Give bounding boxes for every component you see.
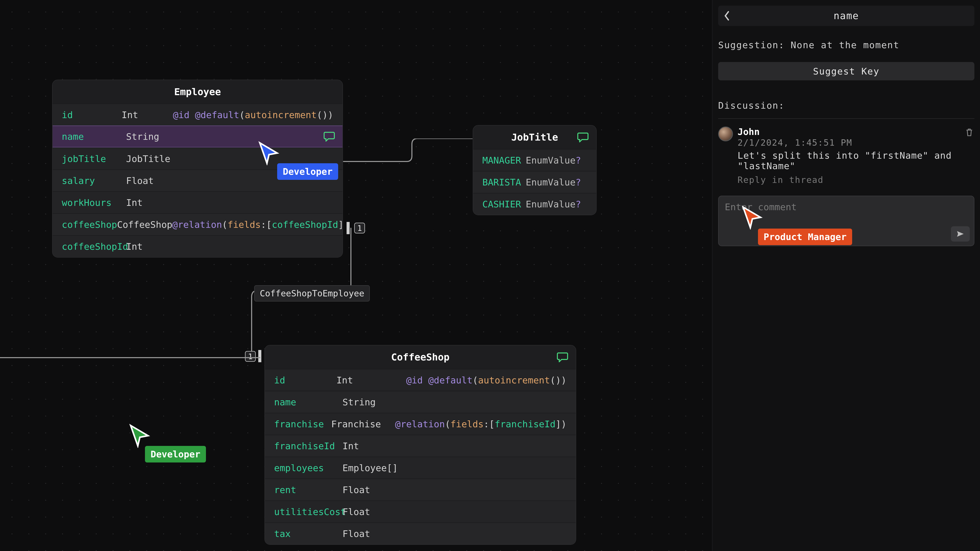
comment-body: Let's split this into "firstName" and "l… [738, 150, 974, 171]
comment-time: 2/1/2024, 1:45:51 PM [738, 138, 974, 148]
field-row[interactable]: id Int @id @default(autoincrement()) [265, 369, 576, 391]
field-name: id [274, 375, 336, 386]
relation-pip [347, 222, 350, 234]
field-type: CoffeeShop [117, 219, 172, 230]
field-name: name [274, 397, 342, 407]
field-name: franchise [274, 419, 331, 429]
entity-title: Employee [174, 86, 221, 97]
comment-icon[interactable] [556, 352, 569, 362]
entity-title: CoffeeShop [391, 351, 450, 363]
field-type: Float [342, 507, 419, 517]
field-name: coffeeShopId [62, 241, 126, 252]
relation-cardinality: 1 [245, 351, 256, 362]
entity-coffeeshop[interactable]: CoffeeShop id Int @id @default(autoincre… [264, 345, 576, 545]
collaborator-cursor-blue: Developer [257, 141, 281, 165]
cursor-label: Product Manager [758, 229, 852, 245]
field-name: salary [62, 176, 126, 186]
field-attr: @id @default(autoincrement()) [173, 110, 333, 120]
entity-title: JobTitle [511, 132, 558, 143]
field-type: String [126, 131, 181, 142]
cursor-label: Developer [277, 163, 338, 180]
field-name: jobTitle [62, 154, 126, 164]
comment-icon[interactable] [323, 131, 335, 141]
enum-name: BARISTA [482, 177, 526, 187]
field-type: Franchise [331, 419, 395, 429]
field-type: Float [342, 529, 419, 539]
comment-icon[interactable] [577, 132, 589, 142]
enum-row[interactable]: MANAGER EnumValue? [473, 149, 596, 171]
field-row[interactable]: utilitiesCost Float [265, 500, 576, 522]
entity-jobtitle[interactable]: JobTitle MANAGER EnumValue? BARISTA Enum… [473, 125, 597, 215]
cursor-label: Developer [145, 446, 206, 462]
field-name: tax [274, 529, 342, 539]
field-name: name [62, 131, 126, 142]
field-name: employees [274, 463, 342, 473]
field-name: utilitiesCost [274, 507, 342, 517]
relation-pip [258, 350, 261, 362]
field-type: Int [342, 441, 419, 451]
field-type: Int [126, 241, 181, 252]
field-name: rent [274, 485, 342, 495]
field-name: franchiseId [274, 441, 342, 451]
panel-title: name [718, 10, 974, 21]
relation-label: CoffeeShopToEmployee [254, 285, 370, 302]
enum-row[interactable]: CASHIER EnumValue? [473, 193, 596, 215]
field-row-selected[interactable]: name String [52, 125, 342, 148]
field-row[interactable]: rent Float [265, 478, 576, 500]
field-row[interactable]: employees Employee[] [265, 457, 576, 478]
relation-cardinality: 1 [354, 223, 365, 233]
field-name: coffeeShop [62, 219, 117, 230]
enum-type: EnumValue? [526, 177, 581, 187]
suggestion-text: Suggestion: None at the moment [718, 40, 974, 50]
field-attr: @relation(fields:[franchiseId]) [395, 419, 566, 429]
field-row[interactable]: coffeeShopId Int [52, 235, 342, 257]
inspector-panel: name Suggestion: None at the moment Sugg… [712, 0, 980, 551]
field-row[interactable]: franchiseId Int [265, 435, 576, 457]
field-type: Int [121, 110, 173, 120]
enum-type: EnumValue? [526, 155, 581, 165]
field-attr: @id @default(autoincrement()) [406, 375, 566, 386]
enum-row[interactable]: BARISTA EnumValue? [473, 171, 596, 193]
field-type: Float [126, 176, 181, 186]
entity-header[interactable]: CoffeeShop [265, 345, 576, 369]
back-button[interactable] [718, 11, 735, 21]
enum-name: MANAGER [482, 155, 526, 165]
field-row[interactable]: workHours Int [52, 191, 342, 213]
avatar [718, 127, 733, 141]
schema-canvas[interactable]: 1 CoffeeShopToEmployee 1 Employee id Int… [0, 0, 712, 551]
field-attr: @relation(fields:[coffeeShopId]) [172, 219, 343, 230]
field-row[interactable]: tax Float [265, 522, 576, 545]
enum-type: EnumValue? [526, 199, 581, 210]
field-type: Int [336, 375, 406, 386]
field-row[interactable]: coffeeShop CoffeeShop @relation(fields:[… [52, 213, 342, 235]
collaborator-cursor-green: Developer [127, 424, 152, 448]
field-name: workHours [62, 197, 126, 208]
field-type: Employee[] [342, 463, 419, 473]
divider [718, 118, 974, 119]
collaborator-cursor-orange: Product Manager [740, 205, 765, 230]
delete-icon[interactable] [966, 128, 973, 138]
field-row[interactable]: id Int @id @default(autoincrement()) [52, 103, 342, 125]
send-button[interactable] [951, 226, 970, 241]
reply-link[interactable]: Reply in thread [738, 175, 974, 185]
discussion-heading: Discussion: [718, 100, 974, 111]
field-type: Float [342, 485, 419, 495]
panel-header: name [718, 6, 974, 26]
field-row[interactable]: name String [265, 391, 576, 413]
suggest-key-button[interactable]: Suggest Key [718, 62, 974, 80]
field-name: id [62, 110, 121, 120]
field-type: Int [126, 197, 181, 208]
entity-header[interactable]: JobTitle [473, 125, 596, 149]
field-type: String [342, 397, 419, 407]
field-row[interactable]: franchise Franchise @relation(fields:[fr… [265, 413, 576, 435]
comment-author: John [738, 127, 974, 137]
field-type: JobTitle [126, 154, 181, 164]
comment: John 2/1/2024, 1:45:51 PM Let's split th… [718, 127, 974, 192]
entity-header[interactable]: Employee [52, 80, 342, 103]
enum-name: CASHIER [482, 199, 526, 210]
